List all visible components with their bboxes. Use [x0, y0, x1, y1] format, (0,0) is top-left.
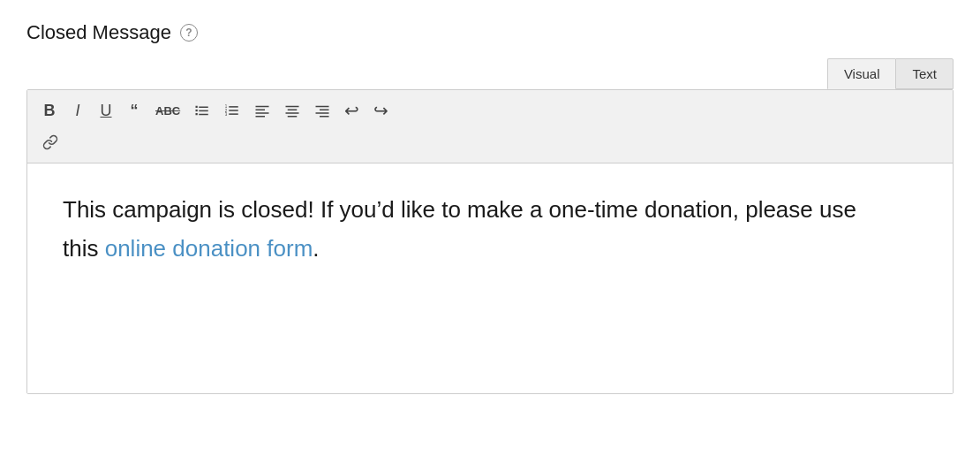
svg-rect-21: [320, 110, 329, 111]
blockquote-button[interactable]: “: [121, 97, 147, 124]
ordered-list-button[interactable]: 1 2 3: [218, 97, 246, 124]
svg-rect-5: [199, 114, 208, 116]
redo-button[interactable]: ↪: [367, 97, 395, 124]
align-center-icon: [284, 103, 300, 118]
align-left-icon: [254, 103, 270, 118]
align-left-button[interactable]: [248, 97, 276, 124]
section-title: Closed Message: [26, 21, 171, 44]
undo-button[interactable]: ↩: [338, 97, 366, 124]
bold-button[interactable]: B: [36, 97, 63, 124]
align-center-button[interactable]: [278, 97, 306, 124]
svg-rect-19: [288, 116, 298, 118]
toolbar-row-2: [36, 129, 944, 156]
svg-rect-12: [256, 106, 269, 108]
svg-rect-22: [316, 112, 329, 114]
content-link[interactable]: online donation form: [105, 235, 313, 262]
ordered-list-icon: 1 2 3: [224, 103, 240, 118]
section-header: Closed Message ?: [26, 21, 954, 44]
svg-rect-3: [199, 107, 208, 109]
svg-rect-9: [229, 106, 238, 108]
unordered-list-icon: [194, 103, 210, 118]
svg-rect-17: [288, 110, 298, 111]
svg-rect-20: [316, 106, 329, 108]
svg-rect-10: [229, 110, 238, 111]
strikethrough-button[interactable]: ABC: [149, 97, 186, 124]
editor-wrapper: B I U “ ABC 1 2 3: [26, 89, 954, 394]
link-button[interactable]: [36, 129, 64, 156]
editor-content[interactable]: This campaign is closed! If you’d like t…: [27, 163, 953, 393]
italic-button[interactable]: I: [64, 97, 91, 124]
svg-rect-0: [196, 106, 198, 108]
content-paragraph: This campaign is closed! If you’d like t…: [63, 190, 917, 268]
underline-button[interactable]: U: [93, 97, 119, 124]
svg-rect-1: [196, 110, 198, 111]
link-icon: [42, 134, 58, 150]
tab-text[interactable]: Text: [895, 58, 954, 89]
svg-rect-15: [256, 116, 266, 118]
tab-visual[interactable]: Visual: [827, 58, 896, 89]
help-icon[interactable]: ?: [180, 24, 198, 42]
svg-rect-4: [199, 110, 208, 112]
svg-rect-23: [320, 116, 329, 118]
align-right-icon: [314, 103, 330, 118]
editor-tabs: Visual Text: [26, 58, 954, 89]
toolbar-row-1: B I U “ ABC 1 2 3: [36, 97, 944, 124]
svg-rect-13: [256, 110, 266, 111]
svg-rect-18: [286, 112, 299, 114]
svg-rect-11: [229, 113, 238, 115]
unordered-list-button[interactable]: [188, 97, 216, 124]
align-right-button[interactable]: [308, 97, 336, 124]
toolbar: B I U “ ABC 1 2 3: [27, 90, 953, 163]
content-text-after-link: .: [313, 235, 319, 262]
svg-text:3: 3: [225, 112, 228, 117]
svg-rect-2: [196, 113, 198, 115]
svg-rect-16: [286, 106, 299, 108]
svg-rect-14: [256, 112, 269, 114]
